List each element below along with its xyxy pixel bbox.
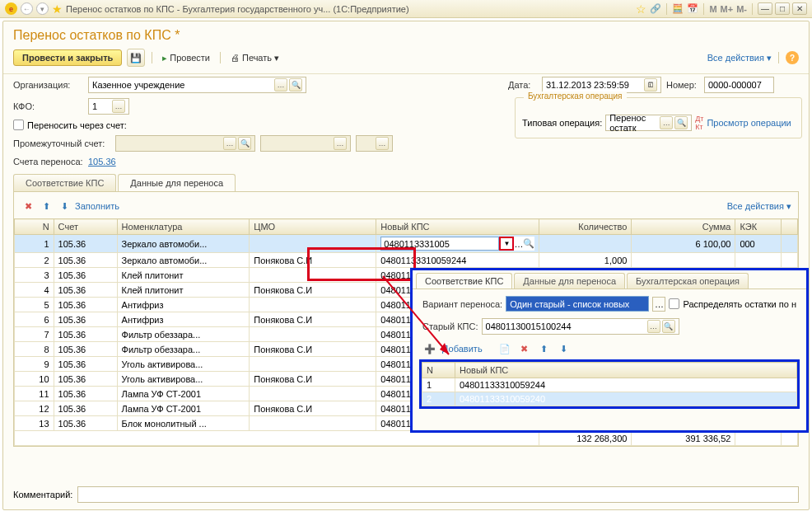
transfer-accounts-link[interactable]: 105.36: [88, 157, 116, 167]
view-operation-link[interactable]: Просмотр операции: [707, 118, 791, 128]
save-button[interactable]: 💾: [127, 49, 145, 67]
minimize-button[interactable]: —: [758, 2, 772, 15]
m-button[interactable]: M: [709, 4, 716, 14]
page-title: Перенос остатков по КПС *: [3, 21, 809, 46]
ellipsis-icon[interactable]: …: [274, 78, 287, 91]
move-up-icon[interactable]: ⬆: [39, 199, 54, 213]
kfo-label: КФО:: [13, 101, 83, 111]
all-actions-link[interactable]: Все действия ▾: [707, 53, 772, 63]
search-icon[interactable]: 🔍: [523, 238, 534, 249]
kps-dropdown-icon[interactable]: ▼: [499, 237, 514, 251]
variant-select[interactable]: Один старый - список новых: [506, 296, 649, 312]
search-icon[interactable]: 🔍: [674, 116, 688, 129]
ellipsis-icon[interactable]: …: [652, 297, 665, 312]
mplus-button[interactable]: M+: [721, 4, 734, 14]
tab-sootvetstvie[interactable]: Соответствие КПС: [13, 174, 116, 191]
nav-back-icon[interactable]: ←: [21, 2, 33, 15]
date-field[interactable]: 31.12.2013 23:59:59 🗓: [542, 77, 661, 93]
search-icon[interactable]: 🔍: [289, 78, 302, 91]
oldkps-field[interactable]: 04801130015100244 … 🔍: [482, 318, 679, 335]
typeop-field[interactable]: Перенос остатк … 🔍: [605, 115, 692, 131]
ellipsis-icon[interactable]: …: [514, 239, 523, 249]
list-item[interactable]: 204801133310059240: [422, 392, 797, 406]
ellipsis-icon[interactable]: …: [112, 100, 125, 113]
ellipsis-icon[interactable]: …: [647, 320, 660, 333]
table-row[interactable]: 2105.36Зеркало автомоби...Понякова С.И04…: [15, 253, 798, 268]
distribute-checkbox[interactable]: Распределять остатки по н: [669, 298, 796, 309]
number-field[interactable]: 0000-000007: [704, 77, 774, 93]
nav-dropdown-icon[interactable]: ▾: [36, 2, 49, 15]
maximize-button[interactable]: □: [775, 2, 790, 15]
calendar-icon[interactable]: 🗓: [644, 78, 657, 91]
search-icon[interactable]: 🔍: [662, 320, 675, 333]
comment-field[interactable]: [77, 486, 799, 503]
ov-tab-dannye[interactable]: Данные для переноса: [514, 273, 625, 288]
calc-icon[interactable]: 🧮: [672, 3, 684, 14]
overlay-grid[interactable]: NНовый КПС 10480113331005924420480113331…: [422, 362, 797, 406]
kps-edit-input[interactable]: 0480113331005: [380, 237, 499, 251]
move-down-icon[interactable]: ⬇: [57, 199, 72, 213]
ellipsis-icon[interactable]: …: [660, 116, 673, 129]
org-label: Организация:: [13, 80, 83, 90]
interim-field-2: …: [260, 135, 351, 152]
tab-dannye[interactable]: Данные для переноса: [118, 174, 236, 191]
print-button[interactable]: 🖨Печать▾: [227, 50, 282, 66]
calendar-icon[interactable]: 📅: [687, 3, 698, 14]
copy-icon[interactable]: 📄: [497, 341, 512, 356]
overlay-panel: Соответствие КПС Данные для переноса Бух…: [410, 268, 809, 433]
number-label: Номер:: [666, 80, 699, 90]
command-bar: Провести и закрыть 💾 ▸Провести 🖨Печать▾ …: [3, 46, 809, 74]
mminus-button[interactable]: M-: [736, 4, 747, 14]
table-row[interactable]: 1105.36Зеркало автомоби...0480113331005▼…: [15, 235, 798, 253]
titlebar: e ← ▾ ★ Перенос остатков по КПС - Бухгал…: [0, 0, 812, 18]
list-item[interactable]: 104801133310059244: [422, 378, 797, 392]
date-label: Дата:: [508, 80, 537, 90]
fav-icon[interactable]: ☆: [636, 2, 646, 16]
kfo-field[interactable]: 1 …: [88, 98, 129, 115]
window-title: Перенос остатков по КПС - Бухгалтерия го…: [66, 4, 632, 14]
star-icon[interactable]: ★: [52, 2, 63, 16]
down-icon[interactable]: ⬇: [557, 341, 572, 356]
svg-line-0: [383, 276, 449, 354]
transfer-accounts-label: Счета переноса:: [13, 157, 83, 167]
ov-tab-buh[interactable]: Бухгалтерская операция: [627, 273, 749, 288]
all-actions-link[interactable]: Все действия ▾: [727, 201, 791, 212]
fill-button[interactable]: Заполнить: [75, 201, 119, 211]
interim-account-field: …🔍: [115, 135, 255, 152]
document-area: Перенос остатков по КПС * Провести и зак…: [2, 21, 810, 510]
up-icon[interactable]: ⬆: [537, 341, 552, 356]
typeop-label: Типовая операция:: [522, 118, 602, 128]
org-field[interactable]: Казенное учреждение … 🔍: [88, 77, 306, 93]
delete-icon[interactable]: ✖: [517, 341, 532, 356]
delete-row-icon[interactable]: ✖: [21, 199, 35, 213]
main-tabs: Соответствие КПС Данные для переноса: [13, 174, 799, 191]
history-icon[interactable]: 🔗: [650, 3, 661, 14]
through-account-checkbox[interactable]: Переносить через счет:: [13, 120, 127, 130]
post-and-close-button[interactable]: Провести и закрыть: [13, 49, 122, 66]
interim-account-label: Промежуточный счет:: [13, 138, 110, 148]
annotation-arrow: [379, 272, 461, 373]
accounting-operation-fieldset: Бухгалтерская операция Типовая операция:…: [515, 97, 802, 138]
close-button[interactable]: ✕: [792, 2, 807, 15]
app-icon: e: [5, 2, 17, 15]
dt-kt-icon: ДтКт: [695, 115, 703, 131]
interim-field-3: …: [356, 135, 393, 152]
help-icon[interactable]: ?: [786, 51, 799, 64]
post-button[interactable]: ▸Провести: [159, 50, 213, 66]
comment-label: Комментарий:: [13, 490, 72, 500]
